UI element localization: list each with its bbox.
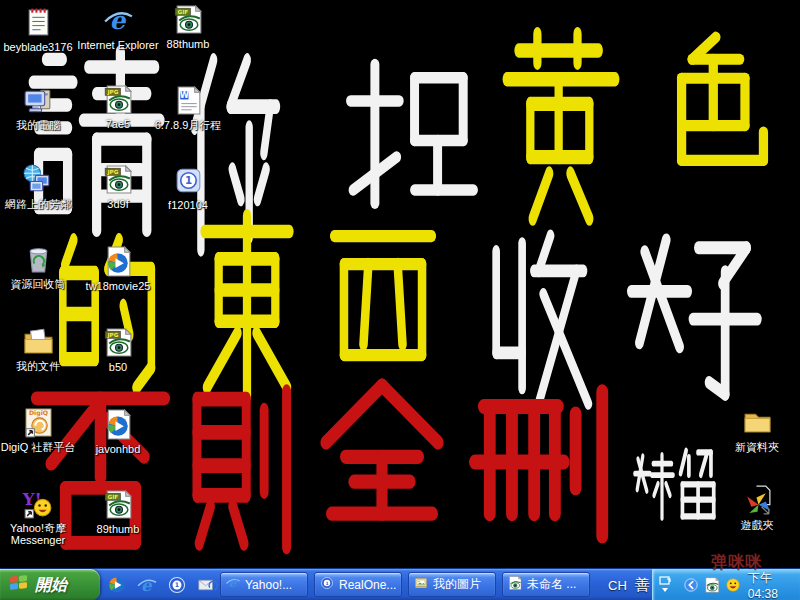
wallpaper-character <box>642 34 774 192</box>
icon-label: 網路上的芳鄰 <box>0 198 82 210</box>
desktop-icon-f120104[interactable]: 1f120104 <box>144 164 232 211</box>
svg-text:GIF: GIF <box>177 9 188 15</box>
start-button-label: 開始 <box>35 575 67 596</box>
acdsee-tray-icon[interactable] <box>703 576 721 594</box>
realone-icon: 1 <box>319 575 335 594</box>
icon-label: 88thumb <box>144 38 232 50</box>
icon-label: 6.7.8.9月行程 <box>144 119 232 131</box>
ime-indicator[interactable]: 善 <box>635 576 650 595</box>
svg-text:DigiQ: DigiQ <box>28 409 47 417</box>
svg-text:1: 1 <box>175 581 179 588</box>
wallpaper-character <box>626 228 760 426</box>
svg-text:1: 1 <box>184 174 191 186</box>
taskbar-button-label: 我的圖片 <box>433 576 481 593</box>
taskbar-button[interactable]: 1RealOne... <box>314 572 402 597</box>
tray-icons <box>682 576 742 594</box>
wallpaper-character <box>188 212 306 407</box>
svg-text:JPG: JPG <box>106 169 118 176</box>
jpg-image-icon: JPG <box>74 326 162 359</box>
games-folder-icon <box>713 484 800 517</box>
task-buttons: e Yahoo!... 1RealOne... 我的圖片 未命名 ... <box>220 572 590 597</box>
wallpaper-character <box>322 222 444 397</box>
quick-launch-ie-icon[interactable]: e <box>136 574 158 596</box>
word-doc-icon: W <box>144 84 232 117</box>
my-documents-icon <box>0 325 82 358</box>
svg-text:W: W <box>179 90 188 100</box>
acdsee-icon <box>507 575 523 594</box>
desktop-icon-89thumb[interactable]: GIF 89thumb <box>74 488 162 535</box>
desktop-icon--[interactable]: 新資料夾 <box>713 406 800 453</box>
ime-toolbar-icon[interactable] <box>658 576 672 594</box>
wallpaper-character <box>188 388 300 573</box>
taskbar-button[interactable]: 未命名 ... <box>502 572 590 597</box>
icon-label: javonhbd <box>74 443 162 455</box>
gif-image-icon: GIF <box>144 3 232 36</box>
taskbar-button-label: RealOne... <box>339 578 396 592</box>
quick-launch-realone-icon[interactable]: 1 <box>166 574 188 596</box>
notepad-icon <box>0 6 82 39</box>
svg-text:1: 1 <box>325 581 328 586</box>
svg-text:e: e <box>109 6 126 35</box>
svg-text:GIF: GIF <box>107 494 118 500</box>
windows-logo-icon <box>8 573 30 597</box>
desktop-icon-6-7-8-9-[interactable]: W 6.7.8.9月行程 <box>144 84 232 131</box>
desktop-icon-digiq-[interactable]: DigiQ DigiQ 社群平台 <box>0 406 82 453</box>
icon-label: b50 <box>74 361 162 373</box>
desktop-icon-88thumb[interactable]: GIF 88thumb <box>144 3 232 50</box>
gif-image-icon: GIF <box>74 488 162 521</box>
yahoo-messenger-icon: Y! <box>0 487 82 520</box>
wallpaper-character <box>312 382 452 560</box>
icon-label: 我的電腦 <box>0 119 82 131</box>
desktop-icon--[interactable]: 我的文件 <box>0 325 82 372</box>
recycle-bin-icon <box>0 243 82 276</box>
wallpaper-character <box>472 388 620 573</box>
digiq-icon: DigiQ <box>0 406 82 439</box>
taskbar: 開始 e 1 e Yahoo!... 1RealOne... 我的圖片 未命名 … <box>0 568 800 600</box>
desktop-icon-javonhbd[interactable]: javonhbd <box>74 408 162 455</box>
start-button[interactable]: 開始 <box>0 569 100 600</box>
desktop-icon-tw18movie25[interactable]: tw18movie25 <box>74 245 162 292</box>
hide-icons-arrow[interactable] <box>682 576 700 594</box>
desktop-icon--[interactable]: 網路上的芳鄰 <box>0 163 82 210</box>
quick-launch-wmp-icon[interactable] <box>106 574 128 596</box>
quicktime-file-icon: 1 <box>144 164 232 197</box>
taskbar-button-label: Yahoo!... <box>245 578 292 592</box>
icon-label: beyblade3176 <box>0 41 82 53</box>
svg-text:JPG: JPG <box>106 89 118 96</box>
taskbar-button[interactable]: e Yahoo!... <box>220 572 308 597</box>
icon-label: 新資料夾 <box>713 441 800 453</box>
icon-label: f120104 <box>144 199 232 211</box>
clock[interactable]: 下午 04:38 <box>748 570 793 600</box>
svg-text:JPG: JPG <box>106 332 118 339</box>
quick-launch-bar: e 1 <box>106 574 218 596</box>
icon-label: 89thumb <box>74 523 162 535</box>
icon-label: Yahoo!奇摩 Messenger <box>0 522 82 546</box>
folder-icon <box>713 406 800 439</box>
wallpaper-character <box>348 58 476 223</box>
icon-label: 我的文件 <box>0 360 82 372</box>
desktop-icon--[interactable]: 我的電腦 <box>0 84 82 131</box>
icon-label: tw18movie25 <box>74 280 162 292</box>
media-file-icon <box>74 245 162 278</box>
desktop-icon-beyblade3176[interactable]: beyblade3176 <box>0 6 82 53</box>
media-file-icon <box>74 408 162 441</box>
wallpaper-character <box>634 452 674 524</box>
taskbar-button-label: 未命名 ... <box>527 576 576 593</box>
network-icon <box>0 163 82 196</box>
desktop-icon-yahoo-messenger[interactable]: Y! Yahoo!奇摩 Messenger <box>0 487 82 546</box>
desktop-icon--[interactable]: 資源回收筒 <box>0 243 82 290</box>
wallpaper-character <box>502 30 620 235</box>
taskbar-button[interactable]: 我的圖片 <box>408 572 496 597</box>
icon-label: 遊戲夾 <box>713 519 800 531</box>
ie-icon: e <box>225 575 241 594</box>
svg-text:e: e <box>141 576 153 595</box>
desktop-icon-b50[interactable]: JPG b50 <box>74 326 162 373</box>
language-indicator[interactable]: CH <box>608 578 627 593</box>
icon-label: DigiQ 社群平台 <box>0 441 82 453</box>
desktop-icon--[interactable]: 遊戲夾 <box>713 484 800 531</box>
quick-launch-mail-icon[interactable] <box>196 574 218 596</box>
yahoo-smiley-icon[interactable] <box>724 576 742 594</box>
wallpaper-overlay-text: 弹咪咪 <box>711 552 762 573</box>
pictures-icon <box>413 575 429 594</box>
svg-text:e: e <box>229 576 238 590</box>
